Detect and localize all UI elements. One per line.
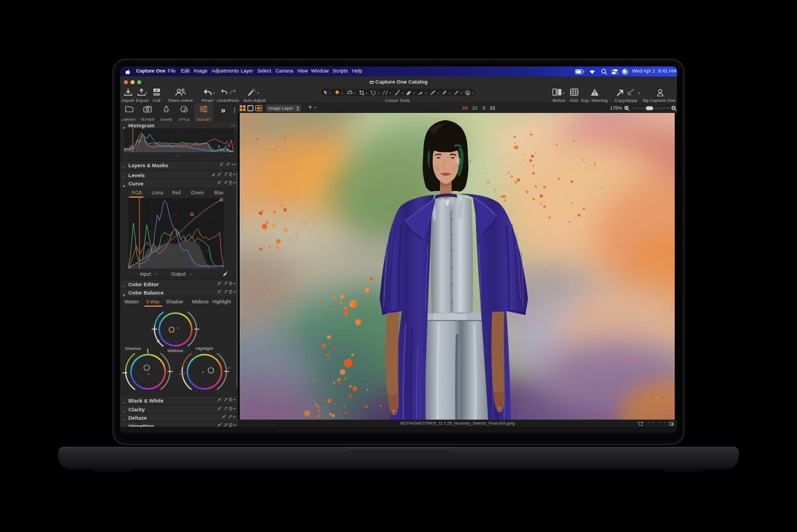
svg-text:▾: ▾: [425, 91, 427, 95]
svg-text:▾: ▾: [437, 91, 439, 95]
svg-text:▾: ▾: [449, 91, 451, 95]
svg-text:▾: ▾: [378, 91, 380, 95]
svg-text:▾: ▾: [413, 91, 415, 95]
svg-text:▾: ▾: [402, 91, 403, 95]
svg-text:▾: ▾: [472, 91, 474, 95]
svg-text:▾: ▾: [366, 91, 368, 95]
svg-text:▾: ▾: [341, 91, 343, 95]
svg-text:▾: ▾: [390, 91, 391, 95]
svg-text:▾: ▾: [329, 91, 331, 95]
svg-text:▾: ▾: [354, 91, 356, 95]
svg-text:▾: ▾: [460, 91, 462, 95]
